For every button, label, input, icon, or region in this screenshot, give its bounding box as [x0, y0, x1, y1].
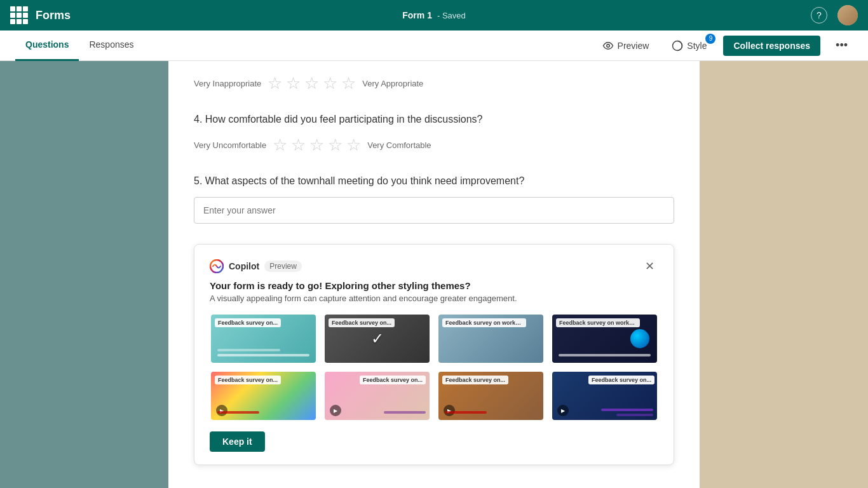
- style-icon: [672, 40, 683, 51]
- copilot-name: Copilot: [229, 261, 259, 271]
- header-right: ?: [811, 5, 858, 25]
- q3-left-label: Very Inappropriate: [194, 79, 261, 88]
- toolbar: Questions Responses Preview Style 9 Coll…: [0, 30, 868, 61]
- waffle-icon[interactable]: [10, 6, 28, 24]
- more-options-button[interactable]: •••: [831, 36, 853, 55]
- copilot-header: Copilot Preview ✕: [210, 257, 658, 275]
- help-icon[interactable]: ?: [811, 7, 827, 24]
- theme-6-play[interactable]: ▶: [330, 405, 341, 416]
- app-header: Forms Form 1 - Saved ?: [0, 0, 868, 30]
- question-5-input[interactable]: [194, 197, 674, 224]
- bg-left: [0, 61, 168, 488]
- q4-star-2[interactable]: ☆: [291, 135, 306, 155]
- theme-7-label: Feedback survey on...: [442, 376, 508, 384]
- style-btn-container: Style 9: [665, 36, 713, 55]
- tab-responses[interactable]: Responses: [79, 30, 144, 61]
- theme-1-label: Feedback survey on...: [215, 318, 281, 327]
- saved-status[interactable]: - Saved: [437, 11, 466, 20]
- theme-card-3[interactable]: Feedback survey on workspace: [437, 313, 545, 364]
- copilot-preview-badge: Preview: [264, 261, 302, 272]
- question-4-block: 4. How comfortable did you feel particip…: [194, 114, 674, 155]
- form-title: Form 1: [402, 10, 432, 20]
- q3-star-5[interactable]: ☆: [341, 74, 356, 93]
- theme-8-play[interactable]: ▶: [557, 405, 569, 416]
- copilot-close-button[interactable]: ✕: [641, 257, 658, 275]
- bg-right: [700, 61, 868, 488]
- theme-4-label: Feedback survey on workspace: [556, 318, 640, 327]
- theme-2-label: Feedback survey on...: [329, 318, 395, 327]
- question-5-block: 5. What aspects of the townhall meeting …: [194, 175, 674, 224]
- q3-star-2[interactable]: ☆: [286, 74, 301, 93]
- q4-stars[interactable]: ☆ ☆ ☆ ☆ ☆: [273, 135, 361, 155]
- q3-stars[interactable]: ☆ ☆ ☆ ☆ ☆: [268, 74, 356, 93]
- tab-questions[interactable]: Questions: [15, 30, 79, 61]
- q4-star-4[interactable]: ☆: [328, 135, 342, 155]
- copilot-icon: [210, 259, 224, 273]
- theme-2-check: ✓: [371, 330, 384, 348]
- theme-5-play[interactable]: ▶: [216, 405, 227, 416]
- copilot-panel: Copilot Preview ✕ Your form is ready to …: [194, 244, 674, 465]
- q3-right-label: Very Appropriate: [362, 79, 423, 88]
- header-center: Form 1 - Saved: [402, 10, 466, 20]
- question-4-text: 4. How comfortable did you feel particip…: [194, 114, 674, 125]
- copilot-subtext: A visually appealing form can capture at…: [210, 294, 658, 303]
- question-3-rating-row: Very Inappropriate ☆ ☆ ☆ ☆ ☆ Very Approp…: [194, 74, 674, 93]
- theme-card-8[interactable]: Feedback survey on... ▶: [551, 370, 658, 421]
- theme-card-4[interactable]: Feedback survey on workspace: [551, 313, 658, 364]
- app-name: Forms: [36, 9, 71, 22]
- q4-star-1[interactable]: ☆: [273, 135, 287, 155]
- theme-7-play[interactable]: ▶: [444, 405, 455, 416]
- svg-point-0: [606, 44, 609, 47]
- q3-star-3[interactable]: ☆: [304, 74, 319, 93]
- copilot-title-row: Copilot Preview: [210, 259, 302, 273]
- question-3-block: Very Inappropriate ☆ ☆ ☆ ☆ ☆ Very Approp…: [194, 74, 674, 93]
- question-4-rating-row: Very Uncomfortable ☆ ☆ ☆ ☆ ☆ Very Comfor…: [194, 135, 674, 155]
- theme-card-6[interactable]: Feedback survey on... ▶: [323, 370, 431, 421]
- theme-6-label: Feedback survey on...: [360, 376, 426, 384]
- q4-left-label: Very Uncomfortable: [194, 140, 266, 150]
- themes-grid: Feedback survey on... Feedback survey on…: [210, 313, 658, 421]
- style-label: Style: [687, 41, 707, 51]
- theme-8-label: Feedback survey on...: [588, 376, 654, 384]
- theme-card-1[interactable]: Feedback survey on...: [210, 313, 317, 364]
- theme-card-2[interactable]: Feedback survey on... ✓: [323, 313, 431, 364]
- q4-star-5[interactable]: ☆: [346, 135, 361, 155]
- avatar[interactable]: [837, 5, 858, 25]
- style-badge: 9: [705, 34, 715, 44]
- main-content: Very Inappropriate ☆ ☆ ☆ ☆ ☆ Very Approp…: [0, 61, 868, 488]
- theme-card-7[interactable]: Feedback survey on... ▶: [437, 370, 545, 421]
- preview-label: Preview: [618, 41, 649, 51]
- collect-responses-button[interactable]: Collect responses: [723, 36, 820, 56]
- theme-5-label: Feedback survey on...: [215, 376, 281, 384]
- q4-star-3[interactable]: ☆: [309, 135, 324, 155]
- keep-it-button[interactable]: Keep it: [210, 431, 265, 452]
- q3-star-1[interactable]: ☆: [268, 74, 282, 93]
- theme-3-label: Feedback survey on workspace: [442, 318, 526, 327]
- preview-icon: [602, 40, 614, 51]
- q3-star-4[interactable]: ☆: [323, 74, 337, 93]
- toolbar-right: Preview Style 9 Collect responses •••: [596, 36, 853, 56]
- preview-button[interactable]: Preview: [596, 36, 656, 55]
- q4-right-label: Very Comfortable: [367, 140, 431, 150]
- copilot-headline: Your form is ready to go! Exploring othe…: [210, 280, 658, 291]
- form-panel: Very Inappropriate ☆ ☆ ☆ ☆ ☆ Very Approp…: [168, 61, 700, 488]
- theme-card-5[interactable]: Feedback survey on... ▶: [210, 370, 317, 421]
- question-5-text: 5. What aspects of the townhall meeting …: [194, 175, 674, 187]
